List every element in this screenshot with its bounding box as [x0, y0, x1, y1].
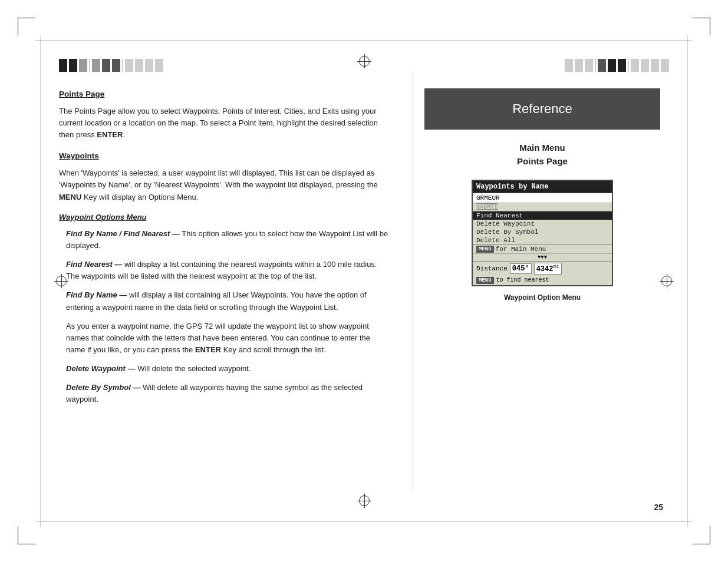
margin-line-right [687, 35, 688, 527]
distance-label: Distance [476, 265, 508, 272]
column-divider [413, 71, 413, 491]
miles-unit: mi [553, 264, 559, 270]
screen-distance-row: Distance 045° 4342mi [473, 261, 612, 276]
distance-miles-value: 4342mi [534, 263, 562, 275]
screen-name-row: GRMEUR [473, 193, 612, 203]
option-gps72-update: As you enter a waypoint name, the GPS 72… [59, 320, 389, 356]
deco-seg [69, 59, 77, 72]
deco-seg [92, 59, 100, 72]
corner-mark-tr [693, 18, 710, 35]
screen-find-footer: MENU to find nearest [473, 276, 612, 285]
deco-seg [585, 59, 593, 72]
screen-menu-btn: MENU [476, 246, 494, 253]
term: Delete By Symbol — [66, 383, 140, 392]
deco-seg [595, 59, 596, 72]
screen-menu-item-delete-all: Delete All [473, 236, 612, 244]
subtitle-line2: Points Page [424, 155, 660, 168]
bold-enter2: ENTER [195, 345, 221, 354]
distance-bearing-value: 045° [510, 263, 532, 274]
page-number: 25 [654, 503, 663, 512]
deco-seg [145, 59, 153, 72]
term: Delete Waypoint — [66, 364, 136, 373]
corner-mark-br [693, 527, 710, 544]
screen-dimmed-row: GADMTI [473, 203, 612, 211]
main-menu-subtitle: Main Menu Points Page [424, 141, 660, 168]
screen-find-btn: MENU [476, 277, 494, 284]
crosshair-circle [359, 495, 370, 506]
section-title-points-page: Points Page [59, 88, 389, 101]
crosshair-top [357, 54, 371, 68]
deco-seg [661, 59, 669, 72]
deco-bar-right [565, 59, 669, 72]
reference-title: Reference [436, 101, 648, 117]
deco-seg [125, 59, 133, 72]
deco-seg [122, 59, 123, 72]
option-find-nearest: Find Nearest — will display a list conta… [59, 259, 389, 282]
deco-seg [155, 59, 163, 72]
left-column: Points Page The Points Page allow you to… [59, 88, 389, 413]
crosshair-right [660, 274, 674, 288]
corner-mark-bl [18, 527, 35, 544]
subtitle-line1: Main Menu [424, 141, 660, 155]
deco-seg [59, 59, 67, 72]
bold-menu: MENU [59, 193, 81, 201]
screen-menu-btn-label: for Main Menu [496, 246, 546, 253]
deco-seg [135, 59, 143, 72]
reference-box: Reference [424, 88, 660, 130]
crosshair-circle [661, 276, 672, 286]
deco-seg [89, 59, 90, 72]
screen-header: Waypoints by Name [473, 181, 612, 193]
deco-seg [102, 59, 110, 72]
screen-find-label: to find nearest [496, 277, 549, 283]
deco-seg [598, 59, 606, 72]
margin-line-bottom [35, 521, 693, 522]
deco-bar-left [59, 59, 163, 72]
option-delete-waypoint: Delete Waypoint — Will delete the select… [59, 363, 389, 375]
crosshair-bottom [357, 494, 371, 508]
deco-seg [628, 59, 629, 72]
screen-menu-btn-row: MENU for Main Menu [473, 244, 612, 253]
deco-seg [651, 59, 659, 72]
screen-menu-item-delete-waypoint: Delete Waypoint [473, 220, 612, 228]
deco-seg [79, 59, 87, 72]
bearing-value: 045° [512, 265, 529, 273]
term: Find Nearest — [66, 260, 122, 269]
margin-line-left [40, 35, 41, 527]
bold-enter: ENTER [97, 130, 123, 139]
option-find-by-name: Find By Name — will display a list conta… [59, 289, 389, 313]
right-column: Reference Main Menu Points Page Waypoint… [424, 88, 660, 302]
deco-seg [618, 59, 626, 72]
margin-line-top [35, 40, 693, 41]
options-menu-title: Waypoint Options Menu [59, 211, 389, 223]
waypoints-title: Waypoints [59, 150, 389, 163]
section-intro-text: The Points Page allow you to select Wayp… [59, 105, 389, 141]
corner-mark-tl [18, 18, 35, 35]
deco-seg [575, 59, 583, 72]
deco-seg [112, 59, 120, 72]
term: Find By Name / Find Nearest — [66, 229, 180, 238]
miles-value: 4342 [536, 265, 554, 273]
device-caption: Waypoint Option Menu [424, 293, 660, 302]
deco-seg [631, 59, 639, 72]
deco-seg [608, 59, 616, 72]
waypoints-body: When 'Waypoints' is selected, a user way… [59, 167, 389, 203]
option-find-by-name: Find By Name / Find Nearest — This optio… [59, 228, 389, 252]
screen-menu-item-find-nearest: Find Nearest [473, 211, 612, 220]
option-delete-by-symbol: Delete By Symbol — Will delete all waypo… [59, 382, 389, 405]
crosshair-circle [359, 56, 370, 67]
term: Find By Name — [66, 290, 127, 299]
screen-scroll-row: ▼▼▼ [473, 253, 612, 261]
deco-seg [565, 59, 573, 72]
deco-seg [641, 59, 649, 72]
device-screen: Waypoints by Name GRMEUR GADMTI Find Nea… [472, 180, 613, 286]
screen-menu-item-delete-by-symbol: Delete By Symbol [473, 228, 612, 236]
